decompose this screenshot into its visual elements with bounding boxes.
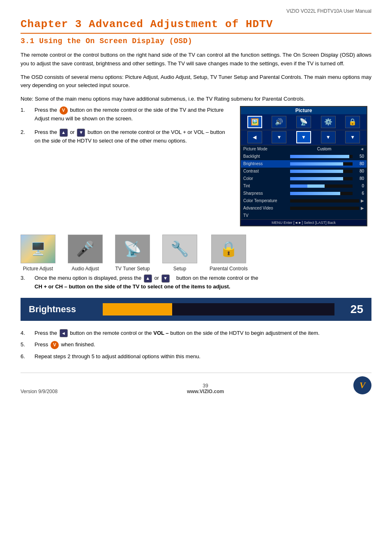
step-1: 1. Press the V button on the remote cont… (21, 106, 232, 122)
menu-icon-tuner-img: 📡 (115, 235, 150, 263)
step-6-text: Repeat steps 2 through 5 to adjust addit… (35, 352, 371, 361)
osd-row-advancedvideo: Advanced Video ▶ (241, 205, 367, 212)
osd-bar-backlight (290, 155, 353, 158)
brightness-value: 25 (343, 303, 363, 316)
footer-website: www.VIZIO.com (187, 389, 224, 394)
menu-icon-audio: 🎤 Audio Adjust (68, 235, 103, 272)
osd-val-sharpness: 6 (354, 191, 364, 196)
menu-icon-parental: 🔒 Parental Controls (210, 235, 248, 272)
osd-bar-brightness (290, 162, 353, 166)
osd-label-tv: TV (243, 213, 288, 218)
menu-icon-setup-label: Setup (173, 266, 186, 272)
down-btn-icon-2: ▼ (161, 274, 170, 283)
osd-icon-audio: 🔊 (272, 116, 286, 128)
osd-row-color: Color 80 (241, 175, 367, 182)
osd-label-tint: Tint (243, 184, 288, 188)
vizio-button-icon-1: V (60, 106, 68, 115)
step-2-num: 2. (21, 128, 30, 145)
step-1-num: 1. (21, 106, 30, 122)
osd-label-advancedvideo: Advanced Video (243, 206, 288, 210)
osd-mode-value: Custom (288, 147, 360, 151)
note-text: Note: Some of the main menu options may … (21, 95, 371, 104)
step-3: 3. Once the menu option is displayed, pr… (21, 274, 371, 291)
osd-val-color: 80 (354, 176, 364, 181)
step-6-num: 6. (21, 352, 30, 361)
osd-box: Picture 🖼️ 🔊 📡 ⚙️ 🔒 ◀ ▼ ▼ ▼ ▼ Picture Mo… (240, 106, 367, 226)
menu-icon-audio-img: 🎤 (68, 235, 103, 263)
osd-icon-sub4: ▼ (321, 131, 336, 143)
up-btn-icon-2: ▲ (144, 274, 152, 283)
step-4-text: Press the ◄ button on the remote control… (35, 329, 371, 338)
osd-icon-parental: 🔒 (345, 116, 360, 128)
osd-icon-setup: ⚙️ (321, 116, 336, 128)
osd-icon-sub5: ▼ (345, 131, 360, 143)
osd-label-colortemp: Color Temperature (243, 198, 288, 203)
two-col-section: 1. Press the V button on the remote cont… (21, 106, 371, 226)
menu-icon-audio-label: Audio Adjust (71, 266, 99, 272)
menu-icon-tuner: 📡 TV Tuner Setup (115, 235, 150, 272)
osd-row-backlight: Backlight 50 (241, 153, 367, 160)
step-3-text2: CH + or CH – button on the side of the T… (35, 283, 230, 290)
osd-val-tint: 0 (354, 184, 364, 188)
menu-icon-parental-label: Parental Controls (210, 266, 248, 272)
osd-icon-sub3: ▼ (296, 131, 311, 143)
osd-mode-arrow: ◄ (360, 147, 364, 151)
osd-icons-row: 🖼️ 🔊 📡 ⚙️ 🔒 (241, 114, 367, 130)
step-3-text: Once the menu option is displayed, press… (35, 274, 371, 291)
osd-row-colortemp: Color Temperature ▶ (241, 197, 367, 205)
osd-row-contrast: Contrast 80 (241, 168, 367, 175)
down-button-icon: ▼ (77, 129, 85, 137)
step-5-text: Press V when finished. (35, 341, 371, 349)
menu-icon-setup-img: 🔧 (162, 235, 197, 263)
osd-icon-sub2: ▼ (272, 131, 286, 143)
footer-version: Version 9/9/2008 (21, 389, 58, 394)
osd-icon-picture: 🖼️ (247, 116, 262, 128)
step-3-num: 3. (21, 274, 30, 291)
tuner-icon: 📡 (123, 240, 142, 258)
parental-icon: 🔒 (219, 240, 238, 258)
step-1-text: Press the V button on the remote control… (35, 106, 232, 122)
footer-page-num: 39 (187, 383, 224, 389)
step-4: 4. Press the ◄ button on the remote cont… (21, 329, 371, 338)
menu-icon-parental-img: 🔒 (211, 235, 246, 263)
step-2: 2. Press the ▲ or ▼ button on the remote… (21, 128, 232, 145)
osd-title-bar: Picture (241, 107, 367, 114)
up-button-icon: ▲ (60, 129, 68, 137)
picture-icon: 🖥️ (30, 242, 46, 256)
audio-icon: 🎤 (76, 240, 95, 258)
osd-val-contrast: 80 (354, 169, 364, 173)
paragraph-2: The OSD consists of several menu options… (21, 73, 371, 90)
vizio-button-icon-2: V (51, 341, 59, 349)
left-btn-icon: ◄ (60, 329, 68, 337)
osd-mode-label: Picture Mode (243, 147, 288, 151)
section-title: 3.1 Using the On Screen Display (OSD) (21, 37, 371, 45)
menu-icon-setup: 🔧 Setup (162, 235, 197, 272)
chapter-title: Chapter 3 Advanced Adjustment of HDTV (21, 18, 371, 34)
menu-icons-section: 🖥️ Picture Adjust 🎤 Audio Adjust 📡 TV Tu… (21, 235, 371, 272)
osd-label-contrast: Contrast (243, 169, 288, 173)
osd-screenshot: Picture 🖼️ 🔊 📡 ⚙️ 🔒 ◀ ▼ ▼ ▼ ▼ Picture Mo… (240, 106, 371, 226)
menu-icon-picture: 🖥️ Picture Adjust (21, 235, 55, 272)
osd-bar-contrast (290, 170, 353, 173)
setup-icon: 🔧 (171, 240, 189, 258)
osd-bar-color (290, 177, 353, 180)
osd-row-brightness: Brightness 80 (241, 160, 367, 168)
osd-label-sharpness: Sharpness (243, 191, 288, 196)
osd-arrow-advancedvideo: ▶ (361, 206, 364, 210)
steps-list: 1. Press the V button on the remote cont… (21, 106, 232, 145)
step-5: 5. Press V when finished. (21, 341, 371, 349)
menu-icon-tuner-label: TV Tuner Setup (115, 266, 150, 272)
step-2-text: Press the ▲ or ▼ button on the remote co… (35, 128, 232, 145)
menu-icon-picture-img: 🖥️ (21, 235, 55, 263)
step-5-num: 5. (21, 341, 30, 349)
step-6: 6. Repeat steps 2 through 5 to adjust ad… (21, 352, 371, 361)
osd-label-color: Color (243, 176, 288, 181)
osd-val-backlight: 50 (354, 154, 364, 159)
osd-row-sharpness: Sharpness 6 (241, 190, 367, 197)
osd-bottom-bar: MENU Enter [◄►] Select [LAST] Back (241, 219, 367, 226)
steps-col: 1. Press the V button on the remote cont… (21, 106, 232, 150)
brightness-label: Brightness (29, 304, 95, 315)
osd-val-brightness: 80 (354, 161, 364, 166)
brightness-bar-fill (103, 303, 172, 315)
footer-center: 39 www.VIZIO.com (187, 383, 224, 394)
